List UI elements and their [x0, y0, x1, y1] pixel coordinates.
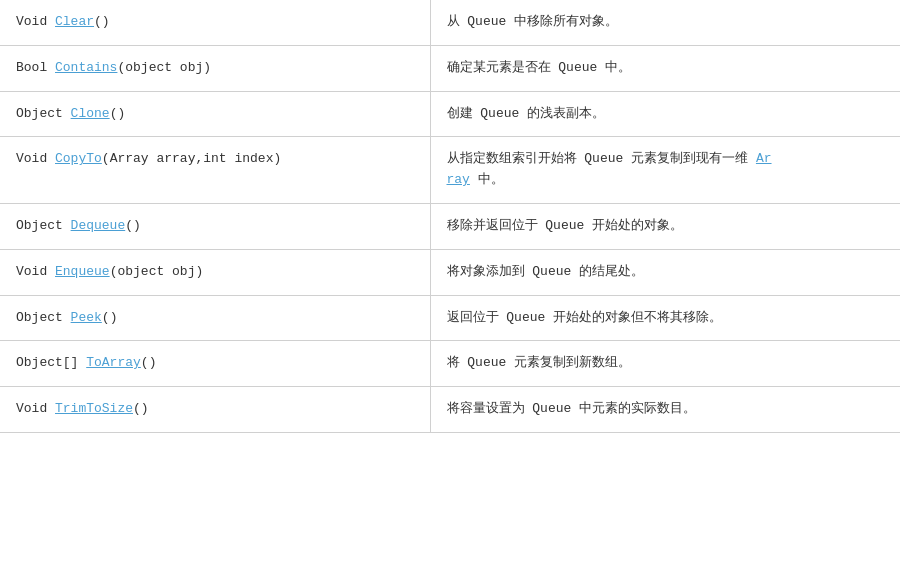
- method-suffix: (): [110, 106, 126, 121]
- method-cell-copyto: Void CopyTo(Array array,int index): [0, 137, 430, 204]
- method-suffix: (object obj): [117, 60, 211, 75]
- method-cell-clone: Object Clone(): [0, 91, 430, 137]
- desc-text: 将 Queue 元素复制到新数组。: [447, 355, 632, 370]
- method-link-dequeue[interactable]: Dequeue: [71, 218, 126, 233]
- method-cell-trimtosize: Void TrimToSize(): [0, 387, 430, 433]
- table-row: Void CopyTo(Array array,int index)从指定数组索…: [0, 137, 900, 204]
- table-row: Object Dequeue()移除并返回位于 Queue 开始处的对象。: [0, 203, 900, 249]
- method-link-contains[interactable]: Contains: [55, 60, 117, 75]
- method-prefix: Void: [16, 401, 55, 416]
- method-suffix: (): [133, 401, 149, 416]
- table-row: Object Peek()返回位于 Queue 开始处的对象但不将其移除。: [0, 295, 900, 341]
- table-row: Object Clone()创建 Queue 的浅表副本。: [0, 91, 900, 137]
- method-link-trimtosize[interactable]: TrimToSize: [55, 401, 133, 416]
- method-link-clear[interactable]: Clear: [55, 14, 94, 29]
- method-prefix: Void: [16, 151, 55, 166]
- table-row: Bool Contains(object obj)确定某元素是否在 Queue …: [0, 45, 900, 91]
- method-cell-toarray: Object[] ToArray(): [0, 341, 430, 387]
- method-prefix: Void: [16, 264, 55, 279]
- desc-text: 确定某元素是否在 Queue 中。: [447, 60, 632, 75]
- method-cell-dequeue: Object Dequeue(): [0, 203, 430, 249]
- method-prefix: Object: [16, 106, 71, 121]
- desc-cell-trimtosize: 将容量设置为 Queue 中元素的实际数目。: [430, 387, 900, 433]
- desc-cell-peek: 返回位于 Queue 开始处的对象但不将其移除。: [430, 295, 900, 341]
- method-suffix: (): [94, 14, 110, 29]
- desc-text: 将对象添加到 Queue 的结尾处。: [447, 264, 645, 279]
- method-prefix: Void: [16, 14, 55, 29]
- desc-cell-clear: 从 Queue 中移除所有对象。: [430, 0, 900, 45]
- desc-cell-clone: 创建 Queue 的浅表副本。: [430, 91, 900, 137]
- desc-text: 从 Queue 中移除所有对象。: [447, 14, 619, 29]
- desc-cell-contains: 确定某元素是否在 Queue 中。: [430, 45, 900, 91]
- desc-cell-toarray: 将 Queue 元素复制到新数组。: [430, 341, 900, 387]
- method-suffix: (): [125, 218, 141, 233]
- method-link-peek[interactable]: Peek: [71, 310, 102, 325]
- table-row: Void Clear()从 Queue 中移除所有对象。: [0, 0, 900, 45]
- table-row: Void TrimToSize()将容量设置为 Queue 中元素的实际数目。: [0, 387, 900, 433]
- table-row: Void Enqueue(object obj)将对象添加到 Queue 的结尾…: [0, 249, 900, 295]
- method-cell-contains: Bool Contains(object obj): [0, 45, 430, 91]
- method-prefix: Object[]: [16, 355, 86, 370]
- method-prefix: Bool: [16, 60, 55, 75]
- method-cell-clear: Void Clear(): [0, 0, 430, 45]
- method-suffix: (object obj): [110, 264, 204, 279]
- desc-text-after: 中。: [470, 172, 504, 187]
- desc-cell-enqueue: 将对象添加到 Queue 的结尾处。: [430, 249, 900, 295]
- desc-text-before: 从指定数组索引开始将 Queue 元素复制到现有一维: [447, 151, 756, 166]
- api-table: Void Clear()从 Queue 中移除所有对象。Bool Contain…: [0, 0, 900, 433]
- desc-text: 将容量设置为 Queue 中元素的实际数目。: [447, 401, 697, 416]
- method-suffix: (): [141, 355, 157, 370]
- desc-cell-dequeue: 移除并返回位于 Queue 开始处的对象。: [430, 203, 900, 249]
- method-link-toarray[interactable]: ToArray: [86, 355, 141, 370]
- method-suffix: (Array array,int index): [102, 151, 281, 166]
- desc-text: 移除并返回位于 Queue 开始处的对象。: [447, 218, 684, 233]
- desc-text: 创建 Queue 的浅表副本。: [447, 106, 606, 121]
- desc-cell-copyto: 从指定数组索引开始将 Queue 元素复制到现有一维 Array 中。: [430, 137, 900, 204]
- method-cell-peek: Object Peek(): [0, 295, 430, 341]
- method-link-enqueue[interactable]: Enqueue: [55, 264, 110, 279]
- table-row: Object[] ToArray()将 Queue 元素复制到新数组。: [0, 341, 900, 387]
- method-cell-enqueue: Void Enqueue(object obj): [0, 249, 430, 295]
- method-prefix: Object: [16, 218, 71, 233]
- method-prefix: Object: [16, 310, 71, 325]
- method-link-clone[interactable]: Clone: [71, 106, 110, 121]
- method-suffix: (): [102, 310, 118, 325]
- desc-text: 返回位于 Queue 开始处的对象但不将其移除。: [447, 310, 723, 325]
- method-link-copyto[interactable]: CopyTo: [55, 151, 102, 166]
